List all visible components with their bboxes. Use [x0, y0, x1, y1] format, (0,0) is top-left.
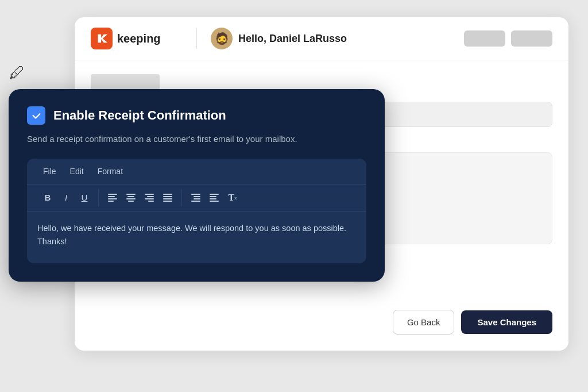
svg-rect-18 [194, 198, 200, 199]
svg-rect-13 [163, 196, 172, 197]
toolbar-bold[interactable]: B [38, 189, 57, 206]
window-header: keeping 🧔 Hello, Daniel LaRusso [75, 17, 568, 60]
toolbar-group-indent: Tx [182, 189, 246, 206]
svg-rect-14 [163, 198, 172, 199]
editor-text: Hello, we have received your message. We… [37, 222, 356, 248]
toolbar-align-left[interactable] [103, 189, 122, 206]
toolbar-align-center[interactable] [122, 189, 140, 206]
svg-rect-20 [210, 194, 219, 195]
svg-rect-4 [126, 194, 136, 195]
svg-rect-2 [108, 198, 117, 199]
header-btn-2[interactable] [511, 30, 552, 47]
svg-rect-5 [127, 196, 134, 197]
svg-rect-9 [147, 196, 154, 197]
svg-rect-6 [126, 198, 136, 199]
svg-rect-17 [194, 196, 200, 197]
keeping-logo-icon [91, 28, 113, 49]
content-title-placeholder [91, 74, 160, 90]
card-header: Enable Receipt Confirmation [27, 106, 366, 125]
checkbox-icon[interactable] [27, 106, 45, 125]
svg-rect-21 [210, 196, 216, 197]
avatar: 🧔 [211, 28, 233, 49]
svg-rect-3 [108, 201, 114, 202]
svg-rect-15 [163, 201, 172, 202]
svg-rect-0 [108, 194, 117, 195]
toolbar-outdent[interactable] [205, 189, 223, 206]
svg-rect-16 [191, 194, 200, 195]
svg-rect-12 [163, 194, 172, 195]
svg-rect-10 [145, 198, 154, 199]
toolbar-italic[interactable]: I [57, 189, 75, 206]
editor-toolbar: B I U [27, 185, 366, 212]
toolbar-group-text: B I U [34, 189, 99, 206]
go-back-button[interactable]: Go Back [393, 310, 455, 335]
header-divider [196, 28, 197, 49]
toolbar-align-right[interactable] [140, 189, 158, 206]
toolbar-align-justify[interactable] [158, 189, 177, 206]
menu-format[interactable]: Format [91, 164, 130, 178]
svg-rect-22 [210, 198, 216, 199]
svg-rect-1 [108, 196, 115, 197]
header-btn-1[interactable] [464, 30, 505, 47]
window-footer: Go Back Save Changes [393, 310, 552, 335]
editor-menubar: File Edit Format [27, 159, 366, 185]
svg-rect-8 [145, 194, 154, 195]
menu-edit[interactable]: Edit [63, 164, 91, 178]
greeting-text: Hello, Daniel LaRusso [238, 33, 347, 45]
decorative-figure: 🖊 [9, 63, 25, 82]
toolbar-group-align [99, 189, 182, 206]
header-buttons [464, 30, 552, 47]
menu-file[interactable]: File [36, 164, 63, 178]
card-description: Send a receipt confirmation on a custome… [27, 133, 366, 146]
editor-container: File Edit Format B I U [27, 159, 366, 263]
user-greeting: 🧔 Hello, Daniel LaRusso [211, 28, 347, 49]
logo-text: keeping [117, 32, 161, 45]
card-title: Enable Receipt Confirmation [53, 108, 226, 123]
svg-rect-23 [210, 201, 219, 202]
logo-area: keeping [91, 28, 183, 49]
save-changes-button[interactable]: Save Changes [461, 310, 552, 334]
overlay-card: Enable Receipt Confirmation Send a recei… [9, 89, 385, 282]
toolbar-underline[interactable]: U [75, 189, 94, 206]
toolbar-clear-format[interactable]: Tx [223, 189, 242, 206]
editor-content[interactable]: Hello, we have received your message. We… [27, 212, 366, 263]
toolbar-indent[interactable] [187, 189, 205, 206]
svg-rect-7 [128, 201, 134, 202]
svg-rect-19 [191, 201, 200, 202]
svg-rect-11 [148, 201, 154, 202]
